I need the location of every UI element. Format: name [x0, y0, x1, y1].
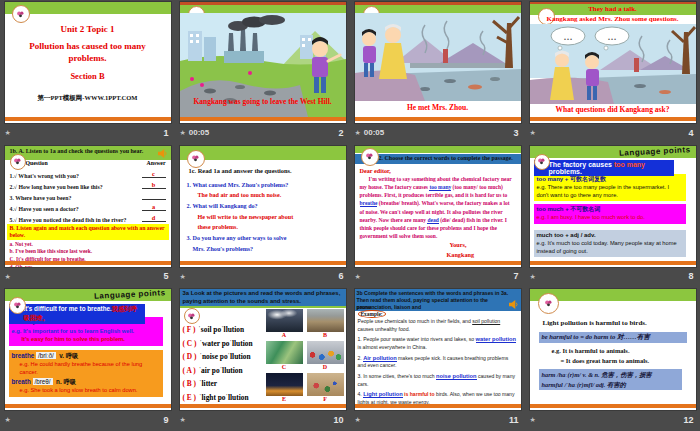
- part-of-speech: n. 呼吸: [56, 378, 76, 385]
- letter-closing: Yours,: [450, 241, 467, 248]
- example-sentence: = It does great harm to animals.: [561, 357, 650, 364]
- slide-cell-3: He met Mrs. Zhou. ★ 00:05 3: [350, 0, 525, 144]
- speaker-icon: [158, 149, 167, 158]
- orange-bar: [355, 261, 521, 265]
- slide-cell-6: 1c. Read 1a and answer the questions. 1.…: [175, 144, 350, 288]
- slide-number: 6: [338, 271, 345, 281]
- photo-label: E: [266, 396, 303, 404]
- slide-top-line: They had a talk.: [530, 5, 696, 13]
- slide-thumbnail-5[interactable]: 1b. A. Listen to 1a and check the questi…: [5, 146, 171, 267]
- word-item: ( E )ˈlight poˈllution: [183, 391, 253, 404]
- letter-signature: Kangkang: [447, 251, 475, 258]
- slide-thumbnail-7[interactable]: 2. Choose the correct words to complete …: [355, 146, 521, 267]
- orange-bar: [530, 404, 696, 408]
- slide-number: 12: [683, 415, 695, 425]
- animation-star-icon: ★: [530, 273, 536, 280]
- cartoon-scene-meeting: [355, 13, 521, 101]
- photo-air-pollution: [266, 309, 303, 332]
- slide-caption: Kangkang was going to leave the West Hil…: [180, 97, 346, 106]
- slide-cell-2: Kangkang was going to leave the West Hil…: [175, 0, 350, 144]
- ppt-flower-logo-icon: [184, 308, 200, 324]
- photo-label: C: [266, 364, 303, 372]
- slide-title-main: Pollution has caused too many problems.: [18, 41, 158, 64]
- ipa-pronunciation: /briːð/: [36, 352, 56, 359]
- orange-bar: [355, 404, 521, 408]
- ppt-flower-logo-icon: [12, 5, 30, 23]
- slide-second-line: Kangkang asked Mrs. Zhou some questions.: [530, 15, 696, 23]
- photo-label: A: [266, 332, 303, 340]
- orange-bar: [355, 117, 521, 121]
- orange-bar: [180, 117, 346, 121]
- answer-text: He will write to the newspaper about: [198, 212, 341, 223]
- orange-bar: [5, 117, 171, 121]
- question-row: 4.√ Have you seen a doctor?a: [10, 201, 166, 212]
- task-header: 2. Choose the correct words to complete …: [355, 154, 521, 164]
- filled-blank: too many: [429, 184, 451, 191]
- ppt-flower-logo-icon: [361, 148, 379, 166]
- question-row: 3. Where have you been?: [10, 190, 166, 201]
- slide-thumbnail-2[interactable]: Kangkang was going to leave the West Hil…: [180, 2, 346, 123]
- slide-thumbnail-11[interactable]: 3b Complete the sentences with the words…: [355, 289, 521, 410]
- slide-cell-12: Light pollution is harmful to birds. be …: [525, 287, 700, 431]
- answer-option: a. Not yet.: [10, 241, 168, 249]
- word-item: ( A )ˈair poˈllution: [183, 364, 253, 377]
- grammar-box-too-much: too much + 不可数名词 e.g. I am busy. I have …: [534, 204, 686, 224]
- vocab-box-breathe: breathe /briːð/ v. 呼吸 e.g. He could hard…: [9, 350, 163, 397]
- slide-number: 3: [513, 128, 520, 138]
- example-sentence: e.g. It is harmful to animals.: [552, 347, 630, 354]
- answer-option: b. I've been like this since last week.: [10, 248, 168, 256]
- word-item: ( D )ˈnoise poˈllution: [183, 350, 253, 363]
- svg-text:…: …: [563, 32, 572, 42]
- ppt-flower-logo-icon: [538, 293, 559, 314]
- animation-star-icon: ★: [5, 129, 11, 136]
- photo-noise-pollution: [307, 341, 344, 364]
- slide-thumbnail-8[interactable]: Language points The factory causes too m…: [530, 146, 696, 267]
- slide-thumbnail-4[interactable]: They had a talk. Kangkang asked Mrs. Zho…: [530, 2, 696, 123]
- slide-thumbnail-1[interactable]: Unit 2 Topic 1 Pollution has caused too …: [5, 2, 171, 123]
- orange-bar: [530, 261, 696, 265]
- slide-cell-5: 1b. A. Listen to 1a and check the questi…: [0, 144, 175, 288]
- orange-bar: [5, 404, 171, 408]
- part-b-instruction: B. Listen again and match each question …: [7, 224, 169, 240]
- word-item: ( F )ˈsoil poˈllution: [183, 323, 253, 336]
- ppt-flower-logo-icon: [10, 154, 26, 170]
- task-header: 3a Look at the pictures and read the wor…: [180, 289, 346, 306]
- slide-number: 1: [163, 128, 170, 138]
- animation-star-icon: ★: [180, 273, 186, 280]
- photo-water-pollution: [266, 341, 303, 364]
- slide-thumbnail-3[interactable]: He met Mrs. Zhou.: [355, 2, 521, 123]
- grammar-box-much-too: much too + adj / adv. e.g. It's much too…: [534, 230, 686, 258]
- slide-cell-9: Language points It's difficult for me to…: [0, 287, 175, 431]
- slide-thumbnail-10[interactable]: 3a Look at the pictures and read the wor…: [180, 289, 346, 410]
- example-sentence: People use chemicals too much in their f…: [358, 318, 518, 333]
- slide-thumbnail-12[interactable]: Light pollution is harmful to birds. be …: [530, 289, 696, 410]
- animation-star-icon: ★: [355, 129, 361, 136]
- slide-thumbnail-9[interactable]: Language points It's difficult for me to…: [5, 289, 171, 410]
- sentence-2: 2. Air pollution makes people sick. It c…: [358, 354, 518, 370]
- slide-number: 2: [338, 128, 345, 138]
- question-text: 3. Do you have any other ways to solve: [187, 233, 341, 244]
- word-item: ( C )ˈwater poˈllution: [183, 337, 253, 350]
- key-sentence: Light pollution is harmful to birds.: [543, 319, 647, 327]
- transition-time: 00:05: [189, 128, 209, 137]
- headword: breath: [12, 378, 31, 385]
- slide-cell-7: 2. Choose the correct words to complete …: [350, 144, 525, 288]
- template-site-credit: 第一PPT模板网-WWW.1PPT.COM: [5, 94, 171, 103]
- green-line: [180, 306, 346, 308]
- question-row: 2.√ How long have you been like this?b: [10, 179, 166, 190]
- question-text: 2. What will Kangkang do?: [187, 201, 341, 212]
- slide-title-unit: Unit 2 Topic 1: [5, 24, 171, 34]
- green-bar: [355, 146, 521, 153]
- animation-star-icon: ★: [180, 129, 186, 136]
- task-header: 3b Complete the sentences with the words…: [355, 289, 521, 311]
- photo-light-pollution: [266, 373, 303, 396]
- sentence-1: 1. People pour waste water into rivers a…: [358, 335, 518, 351]
- slide-number: 9: [163, 415, 170, 425]
- slide-cell-8: Language points The factory causes too m…: [525, 144, 700, 288]
- photo-label: D: [307, 364, 344, 372]
- filled-blank: water pollution: [476, 336, 516, 343]
- slide-thumbnail-6[interactable]: 1c. Read 1a and answer the questions. 1.…: [180, 146, 346, 267]
- slide-number: 10: [333, 415, 345, 425]
- slide-caption: What questions did Kangkang ask?: [530, 105, 696, 114]
- sentence-5: 5. Litter makes a mess of our environmen…: [358, 409, 518, 411]
